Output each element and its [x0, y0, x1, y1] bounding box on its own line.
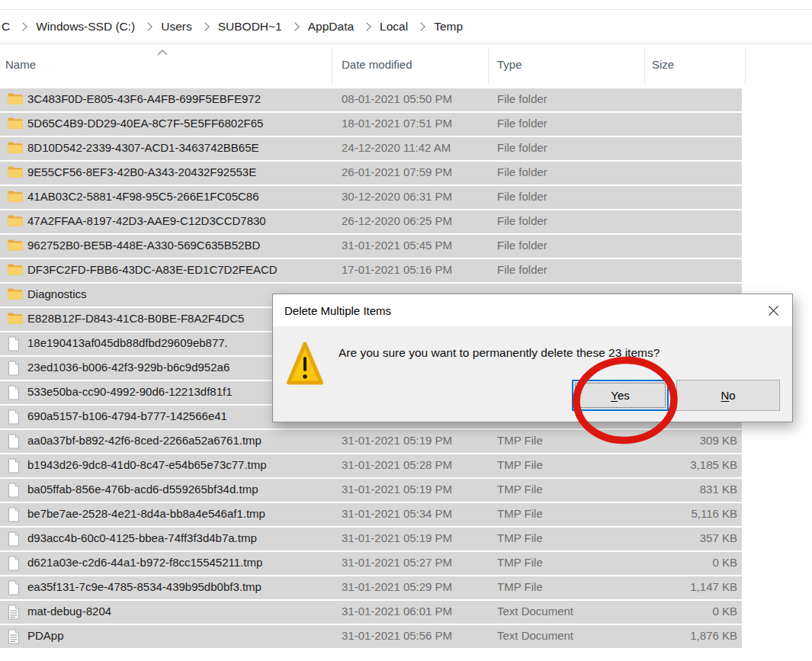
- breadcrumb-chevron-icon[interactable]: [19, 22, 27, 30]
- file-icon: [8, 361, 23, 376]
- file-size: 5,116 KB: [625, 507, 737, 520]
- date-modified: 30-12-2020 06:31 PM: [342, 190, 452, 203]
- table-row[interactable]: 47A2FFAA-8197-42D3-AAE9-C12D3CCD783026-1…: [0, 210, 742, 233]
- date-modified: 24-12-2020 11:42 AM: [342, 141, 451, 154]
- table-row[interactable]: 41AB03C2-5881-4F98-95C5-266E1FC05C8630-1…: [0, 186, 742, 209]
- file-name: aa0a37bf-b892-42f6-8ced-2266a52a6761.tmp: [27, 434, 262, 447]
- close-button[interactable]: [754, 294, 792, 326]
- column-header-type[interactable]: Type: [497, 58, 522, 71]
- date-modified: 26-01-2021 07:59 PM: [342, 165, 452, 178]
- file-name: b1943d26-9dc8-41d0-8c47-e54b65e73c77.tmp: [27, 458, 267, 471]
- file-type: TMP File: [497, 507, 543, 520]
- breadcrumb-item[interactable]: Users: [161, 20, 191, 34]
- file-icon: [8, 580, 23, 595]
- breadcrumb-item[interactable]: Local: [380, 20, 408, 34]
- file-name: 47A2FFAA-8197-42D3-AAE9-C12D3CCD7830: [27, 214, 266, 227]
- breadcrumb-item[interactable]: AppData: [308, 20, 354, 34]
- file-type: File folder: [497, 263, 547, 276]
- yes-button-label: Yes: [611, 389, 629, 402]
- file-name: 9E55CF56-8EF3-42B0-A343-20432F92553E: [27, 165, 256, 178]
- file-name: mat-debug-8204: [27, 605, 111, 618]
- folder-icon: [8, 190, 23, 205]
- file-type: TMP File: [497, 483, 543, 496]
- breadcrumb-chevron-icon[interactable]: [144, 22, 152, 30]
- date-modified: 31-01-2021 05:19 PM: [342, 434, 452, 447]
- file-icon: [8, 385, 23, 400]
- date-modified: 31-01-2021 06:01 PM: [342, 605, 452, 618]
- file-icon: [8, 434, 23, 449]
- date-modified: 31-01-2021 05:45 PM: [342, 239, 452, 252]
- file-size: 1,876 KB: [625, 629, 737, 642]
- file-name: d621a03e-c2d6-44a1-b972-f8cc15545211.tmp: [27, 556, 262, 569]
- table-row[interactable]: be7be7ae-2528-4e21-8d4a-bb8a4e546af1.tmp…: [0, 503, 742, 526]
- yes-button[interactable]: Yes: [572, 380, 669, 411]
- breadcrumb-chevron-icon[interactable]: [416, 22, 425, 30]
- column-separator[interactable]: [488, 48, 489, 84]
- file-name: DF3FC2FD-FBB6-43DC-A83E-ED1C7D2FEACD: [27, 263, 278, 276]
- dialog-titlebar[interactable]: Delete Multiple Items: [273, 294, 792, 326]
- dialog-message: Are you sure you want to permanently del…: [339, 346, 660, 360]
- date-modified: 08-01-2021 05:50 PM: [342, 92, 452, 105]
- column-separator[interactable]: [644, 48, 645, 84]
- date-modified: 31-01-2021 05:29 PM: [342, 580, 452, 593]
- table-row[interactable]: 8D10D542-2339-4307-ACD1-3463742BB65E24-1…: [0, 137, 742, 160]
- table-row[interactable]: d621a03e-c2d6-44a1-b972-f8cc15545211.tmp…: [0, 552, 742, 575]
- column-header-size[interactable]: Size: [652, 58, 674, 71]
- file-name: be7be7ae-2528-4e21-8d4a-bb8a4e546af1.tmp: [27, 507, 265, 520]
- table-row[interactable]: DF3FC2FD-FBB6-43DC-A83E-ED1C7D2FEACD17-0…: [0, 259, 742, 282]
- table-row[interactable]: 9E55CF56-8EF3-42B0-A343-20432F92553E26-0…: [0, 162, 742, 185]
- table-row[interactable]: b1943d26-9dc8-41d0-8c47-e54b65e73c77.tmp…: [0, 454, 742, 477]
- file-name: ea35f131-7c9e-4785-8534-439b95db0bf3.tmp: [27, 580, 262, 593]
- file-name: 23ed1036-b006-42f3-929b-b6c9d952a6: [27, 361, 229, 374]
- folder-icon: [8, 263, 23, 278]
- date-modified: 17-01-2021 05:16 PM: [342, 263, 452, 276]
- column-separator[interactable]: [745, 48, 746, 84]
- column-headers: Name Date modified Type Size: [0, 44, 812, 88]
- file-icon: [8, 507, 23, 522]
- table-row[interactable]: mat-debug-820431-01-2021 06:01 PMText Do…: [0, 601, 742, 624]
- file-name: 3C483F0D-E805-43F6-A4FB-699F5EBFE972: [27, 92, 261, 105]
- date-modified: 31-01-2021 05:19 PM: [342, 483, 452, 496]
- breadcrumb-item[interactable]: Windows-SSD (C:): [36, 20, 135, 34]
- sort-ascending-icon: [157, 49, 168, 56]
- file-name: ba05ffab-856e-476b-acd6-d559265bf34d.tmp: [27, 483, 258, 496]
- breadcrumb-chevron-icon[interactable]: [362, 22, 371, 30]
- table-row[interactable]: ea35f131-7c9e-4785-8534-439b95db0bf3.tmp…: [0, 576, 742, 599]
- table-row[interactable]: aa0a37bf-b892-42f6-8ced-2266a52a6761.tmp…: [0, 430, 742, 453]
- no-button[interactable]: No: [676, 380, 780, 411]
- breadcrumb-item[interactable]: Temp: [434, 20, 463, 34]
- date-modified: 31-01-2021 05:28 PM: [342, 458, 452, 471]
- breadcrumb-item[interactable]: C: [2, 20, 10, 34]
- breadcrumb-chevron-icon[interactable]: [201, 22, 209, 30]
- warning-triangle-icon: [286, 340, 324, 387]
- file-type: File folder: [497, 190, 547, 203]
- file-name: d93acc4b-60c0-4125-bbea-74ff3f3d4b7a.tmp: [27, 531, 257, 544]
- table-row[interactable]: 962752B0-BE5B-448E-A330-569C635B52BD31-0…: [0, 235, 742, 258]
- file-name: PDApp: [27, 629, 64, 642]
- column-header-name[interactable]: Name: [5, 58, 36, 71]
- folder-icon: [8, 214, 23, 229]
- file-name: Diagnostics: [27, 287, 87, 300]
- file-type: TMP File: [497, 580, 543, 593]
- dialog-title: Delete Multiple Items: [284, 304, 391, 317]
- file-type: File folder: [497, 214, 547, 227]
- file-name: 8D10D542-2339-4307-ACD1-3463742BB65E: [27, 141, 259, 154]
- table-row[interactable]: ba05ffab-856e-476b-acd6-d559265bf34d.tmp…: [0, 479, 742, 502]
- table-row[interactable]: 5D65C4B9-DD29-40EA-8C7F-5E5FF6802F6518-0…: [0, 113, 742, 136]
- file-name: 5D65C4B9-DD29-40EA-8C7F-5E5FF6802F65: [27, 117, 263, 130]
- breadcrumb-chevron-icon[interactable]: [290, 22, 299, 30]
- breadcrumb-item[interactable]: SUBODH~1: [218, 20, 282, 34]
- file-name: E828B12F-D843-41C8-B0BE-F8A2F4DC5: [27, 312, 244, 325]
- column-header-date-modified[interactable]: Date modified: [342, 58, 412, 71]
- date-modified: 18-01-2021 07:51 PM: [342, 117, 452, 130]
- file-size: 357 KB: [625, 531, 737, 544]
- no-button-label: No: [721, 389, 735, 402]
- table-row[interactable]: d93acc4b-60c0-4125-bbea-74ff3f3d4b7a.tmp…: [0, 528, 742, 550]
- folder-icon: [8, 239, 23, 254]
- file-type: TMP File: [497, 556, 543, 569]
- table-row[interactable]: PDApp31-01-2021 05:56 PMText Document1,8…: [0, 625, 742, 648]
- table-row[interactable]: 3C483F0D-E805-43F6-A4FB-699F5EBFE97208-0…: [0, 88, 742, 111]
- textdoc-icon: [8, 629, 23, 644]
- column-separator[interactable]: [332, 48, 332, 84]
- file-size: 831 KB: [625, 483, 737, 496]
